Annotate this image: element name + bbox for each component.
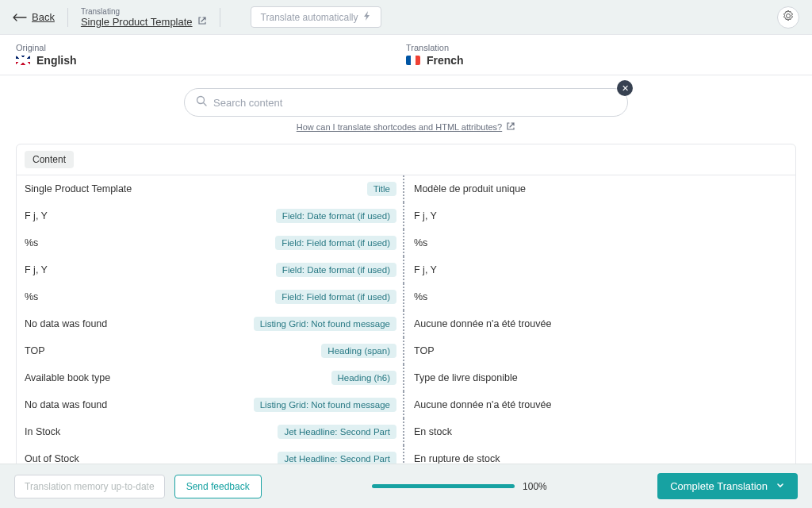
target-cell[interactable]: Modèle de produit unique	[404, 175, 795, 202]
translation-row[interactable]: F j, YField: Date format (if used)F j, Y	[17, 256, 795, 283]
source-cell: No data was foundListing Grid: Not found…	[17, 391, 404, 418]
translation-row[interactable]: Single Product TemplateTitleModèle de pr…	[17, 175, 795, 202]
footer: Translation memory up-to-date Send feedb…	[0, 464, 812, 508]
translation-rows: Single Product TemplateTitleModèle de pr…	[17, 175, 795, 468]
external-link-icon	[506, 121, 515, 133]
target-text: F j, Y	[414, 210, 437, 221]
source-cell: Available book typeHeading (h6)	[17, 364, 404, 391]
content-tab[interactable]: Content	[17, 144, 795, 175]
source-text: F j, Y	[25, 210, 48, 221]
clear-search-button[interactable]: ✕	[617, 80, 633, 96]
target-text: F j, Y	[414, 264, 437, 275]
field-type-badge: Heading (h6)	[331, 371, 396, 385]
field-type-badge: Field: Field format (if used)	[275, 236, 396, 250]
external-link-icon	[197, 16, 207, 28]
progress-bar	[372, 484, 515, 488]
translation-memory-button[interactable]: Translation memory up-to-date	[14, 475, 165, 498]
target-cell[interactable]: Aucune donnée n'a été trouvée	[404, 310, 795, 337]
progress-wrap: 100%	[262, 481, 657, 492]
complete-translation-button[interactable]: Complete Translation	[657, 473, 798, 499]
target-text: Modèle de produit unique	[414, 183, 526, 194]
arrow-left-icon	[13, 13, 27, 21]
translation-row[interactable]: TOPHeading (span)TOP	[17, 337, 795, 364]
source-text: No data was found	[25, 399, 107, 410]
flag-fr-icon	[406, 56, 420, 65]
field-type-badge: Field: Date format (if used)	[276, 263, 396, 277]
target-cell[interactable]: Aucune donnée n'a été trouvée	[404, 391, 795, 418]
target-cell[interactable]: En stock	[404, 418, 795, 445]
target-text: %s	[414, 237, 427, 248]
translating-block: Translating Single Product Template	[81, 7, 207, 28]
source-text: TOP	[25, 345, 44, 356]
target-text: En rupture de stock	[414, 453, 500, 464]
content-panel: Content Single Product TemplateTitleModè…	[16, 144, 796, 468]
field-type-badge: Field: Field format (if used)	[275, 290, 396, 304]
source-text: No data was found	[25, 318, 107, 329]
translation-row[interactable]: No data was foundListing Grid: Not found…	[17, 310, 795, 337]
divider	[220, 8, 220, 27]
target-cell[interactable]: F j, Y	[404, 256, 795, 283]
translation-language: French	[406, 54, 796, 67]
translation-row[interactable]: %sField: Field format (if used)%s	[17, 229, 795, 256]
template-name: Single Product Template	[81, 16, 193, 28]
flag-en-icon	[16, 56, 30, 65]
target-cell[interactable]: %s	[404, 229, 795, 256]
send-feedback-button[interactable]: Send feedback	[174, 475, 262, 498]
translation-row[interactable]: Available book typeHeading (h6)Type de l…	[17, 364, 795, 391]
topbar: Back Translating Single Product Template…	[0, 0, 812, 35]
template-link[interactable]: Single Product Template	[81, 16, 207, 28]
search-box[interactable]	[184, 88, 628, 117]
translate-automatically-button[interactable]: Translate automatically	[251, 6, 381, 28]
field-type-badge: Heading (span)	[321, 344, 396, 358]
translation-language-column: Translation French	[406, 43, 796, 67]
chevron-down-icon	[776, 480, 785, 492]
source-cell: F j, YField: Date format (if used)	[17, 256, 404, 283]
translation-language-name: French	[427, 54, 464, 67]
source-cell: %sField: Field format (if used)	[17, 229, 404, 256]
target-cell[interactable]: TOP	[404, 337, 795, 364]
search-section: ✕ How can I translate shortcodes and HTM…	[0, 88, 812, 133]
field-type-badge: Jet Headline: Second Part	[278, 425, 396, 439]
source-cell: Single Product TemplateTitle	[17, 175, 404, 202]
back-button[interactable]: Back	[13, 11, 55, 23]
target-cell[interactable]: F j, Y	[404, 202, 795, 229]
divider	[67, 8, 68, 27]
original-language-name: English	[36, 54, 77, 67]
original-language-column: Original English	[16, 43, 406, 67]
complete-label: Complete Translation	[670, 480, 768, 492]
source-text: F j, Y	[25, 264, 48, 275]
source-cell: No data was foundListing Grid: Not found…	[17, 310, 404, 337]
progress-percent: 100%	[523, 481, 547, 492]
progress-fill	[372, 484, 515, 488]
target-text: Aucune donnée n'a été trouvée	[414, 399, 551, 410]
target-text: %s	[414, 291, 427, 302]
target-text: TOP	[414, 345, 434, 356]
source-text: Out of Stock	[25, 453, 79, 464]
target-text: Aucune donnée n'a été trouvée	[414, 318, 551, 329]
translation-row[interactable]: F j, YField: Date format (if used)F j, Y	[17, 202, 795, 229]
help-link[interactable]: How can I translate shortcodes and HTML …	[297, 121, 515, 133]
language-bar: Original English Translation French	[0, 35, 812, 75]
back-label: Back	[32, 11, 55, 23]
source-text: %s	[25, 291, 38, 302]
target-text: En stock	[414, 426, 452, 437]
translation-row[interactable]: No data was foundListing Grid: Not found…	[17, 391, 795, 418]
source-cell: In StockJet Headline: Second Part	[17, 418, 404, 445]
content-tab-label: Content	[25, 151, 74, 168]
target-cell[interactable]: %s	[404, 283, 795, 310]
translation-row[interactable]: %sField: Field format (if used)%s	[17, 283, 795, 310]
field-type-badge: Title	[367, 182, 396, 196]
translation-label: Translation	[406, 43, 796, 52]
source-cell: F j, YField: Date format (if used)	[17, 202, 404, 229]
close-icon: ✕	[622, 83, 629, 94]
target-cell[interactable]: Type de livre disponible	[404, 364, 795, 391]
translation-row[interactable]: In StockJet Headline: Second PartEn stoc…	[17, 418, 795, 445]
field-type-badge: Listing Grid: Not found message	[254, 317, 396, 331]
settings-button[interactable]	[777, 6, 799, 29]
gear-icon	[782, 10, 795, 25]
search-icon	[196, 95, 207, 110]
source-cell: TOPHeading (span)	[17, 337, 404, 364]
search-input[interactable]	[213, 97, 616, 109]
target-text: Type de livre disponible	[414, 372, 518, 383]
original-language: English	[16, 54, 406, 67]
